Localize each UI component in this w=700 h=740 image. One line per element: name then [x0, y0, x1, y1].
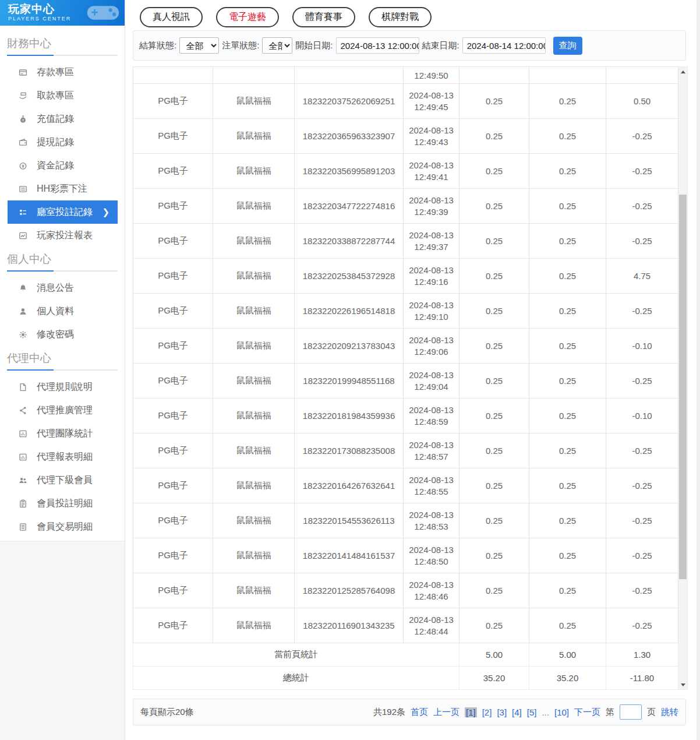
sidebar-item-board-chart[interactable]: 代理報表明細	[0, 445, 125, 468]
page-link-2[interactable]: [2]	[482, 707, 492, 717]
scroll-up-arrow-icon[interactable]	[678, 67, 687, 76]
section-underline	[7, 270, 118, 272]
sidebar-item-lottery-list[interactable]: HH彩票下注	[0, 177, 125, 200]
bet-date: 2024-08-13	[405, 474, 458, 486]
section-heading: 個人中心	[0, 247, 125, 270]
sidebar-item-withdraw-hand[interactable]: 取款專區	[0, 84, 125, 107]
bet-time: 12:49:45	[405, 101, 458, 113]
table-row: PG电子鼠鼠福福18232201999485511682024-08-1312:…	[133, 364, 678, 399]
first-page-link[interactable]: 首页	[411, 707, 428, 718]
cell-winloss: -0.25	[606, 434, 678, 468]
room-records-icon	[19, 208, 27, 217]
cell-bet-amount: 0.25	[459, 224, 529, 259]
sidebar-item-label: 存款專區	[37, 66, 74, 79]
order-status-select[interactable]: 全部	[262, 37, 292, 54]
jump-page-input[interactable]	[620, 704, 642, 720]
cell-bet-id: 1823220347722274816	[295, 189, 404, 224]
bet-time: 12:48:50	[405, 556, 458, 568]
sidebar-item-bell[interactable]: 消息公告	[0, 276, 125, 299]
cell-player: 鼠鼠福福	[213, 434, 295, 468]
cell-game: PG电子	[133, 364, 213, 399]
cell-game: PG电子	[133, 119, 213, 154]
tab-1[interactable]: 電子遊藝	[216, 7, 279, 27]
page-link-4[interactable]: [4]	[512, 707, 522, 717]
sidebar-item-report-chart[interactable]: 玩家投注報表	[0, 224, 125, 247]
cell-game: PG电子	[133, 329, 213, 364]
cell-bet-amount: 0.25	[459, 573, 529, 608]
cell-bet-amount: 0.25	[459, 538, 529, 573]
cell-valid-amount: 0.25	[529, 503, 606, 538]
bet-date: 2024-08-13	[405, 579, 458, 591]
sidebar-item-label: 取款專區	[37, 90, 74, 102]
sidebar-item-user[interactable]: 個人資料	[0, 299, 125, 323]
cell-bet-amount: 0.25	[459, 189, 529, 224]
cell-bet	[459, 67, 529, 84]
start-date-input[interactable]	[336, 37, 419, 54]
sidebar-item-board-chart[interactable]: 代理團隊統計	[0, 422, 125, 445]
cell-valid-amount: 0.25	[529, 573, 606, 608]
page-link-5[interactable]: [5]	[527, 707, 537, 717]
pagination-bar: 每頁顯示20條 共192条 首页 上一页 [1][2][3][4][5]...[…	[133, 699, 686, 725]
jump-prefix-label: 第	[606, 707, 614, 718]
sidebar-item-receipt[interactable]: 會員交易明細	[0, 515, 125, 538]
cell-game: PG电子	[133, 434, 213, 468]
sidebar-item-label: 廳室投註記錄	[37, 206, 93, 219]
query-button[interactable]: 查詢	[553, 37, 582, 55]
cell-winloss: -0.25	[606, 608, 678, 643]
cell-winloss: 0.50	[606, 84, 678, 119]
sidebar-item-room-records[interactable]: 廳室投註記錄❯	[8, 200, 118, 224]
scrollbar-thumb[interactable]	[679, 195, 687, 579]
cell-winloss	[606, 67, 678, 84]
end-date-input[interactable]	[462, 37, 546, 54]
table-row: PG电子鼠鼠福福18232203388722877442024-08-1312:…	[133, 224, 678, 259]
cell-time: 2024-08-1312:49:41	[404, 154, 459, 189]
section-underline	[7, 55, 118, 56]
sidebar-item-users[interactable]: 代理下級會員	[0, 468, 125, 492]
tab-3[interactable]: 棋牌對戰	[369, 7, 432, 27]
jump-action-link[interactable]: 跳转	[661, 707, 678, 718]
cell-bet-id: 1823220125285764098	[295, 573, 404, 608]
bet-date: 2024-08-13	[405, 544, 458, 556]
next-page-link[interactable]: 下一页	[574, 707, 600, 718]
sidebar-item-coin[interactable]: 資金記錄	[0, 154, 125, 177]
cell-bet-id: 1823220181984359936	[295, 399, 404, 434]
cell-winloss: -0.25	[606, 573, 678, 608]
sidebar-item-clipboard[interactable]: 會員投註明細	[0, 492, 125, 515]
page-link-3[interactable]: [3]	[497, 707, 507, 717]
main-content: 真人視訊電子遊藝體育賽事棋牌對戰 結算狀態: 全部 注單狀態: 全部 開始日期:…	[126, 0, 700, 740]
gamepad-icon	[86, 2, 120, 22]
table-row: PG电子鼠鼠福福18232201819843599362024-08-1312:…	[133, 399, 678, 434]
bet-time: 12:49:04	[405, 381, 458, 393]
cell-bet-id: 1823220365963323907	[295, 119, 404, 154]
coin-icon	[19, 161, 27, 170]
settle-status-select[interactable]: 全部	[179, 37, 219, 54]
cell-valid-amount: 0.25	[529, 434, 606, 468]
sidebar-item-gear[interactable]: 修改密碼	[0, 323, 125, 346]
cell-winloss: -0.25	[606, 538, 678, 573]
sidebar-item-share[interactable]: 代理推廣管理	[0, 399, 125, 422]
cell-valid	[529, 67, 606, 84]
sidebar-item-moneybag[interactable]: 充值記錄	[0, 107, 125, 131]
bet-time: 12:49:10	[405, 311, 458, 323]
cell-winloss: -0.25	[606, 503, 678, 538]
page-link-10[interactable]: [10]	[554, 707, 569, 717]
scroll-down-arrow-icon[interactable]	[678, 680, 687, 689]
total-summary-bet: 35.20	[459, 667, 529, 690]
cell-bet-amount: 0.25	[459, 608, 529, 643]
cell-player: 鼠鼠福福	[213, 573, 295, 608]
cell-bet-amount: 0.25	[459, 154, 529, 189]
sidebar-item-deposit-card[interactable]: 存款專區	[0, 61, 125, 84]
cell-time: 2024-08-1312:49:16	[404, 259, 459, 294]
cell-player: 鼠鼠福福	[213, 84, 295, 119]
page-link-1[interactable]: [1]	[465, 707, 477, 717]
bet-time: 12:48:53	[405, 521, 458, 533]
sidebar-item-wallet[interactable]: 提現記錄	[0, 131, 125, 154]
cell-time: 2024-08-1312:48:53	[404, 503, 459, 538]
table-scrollbar[interactable]	[678, 66, 688, 690]
cell-valid-amount: 0.25	[529, 329, 606, 364]
tab-2[interactable]: 體育賽事	[292, 7, 355, 27]
tab-0[interactable]: 真人視訊	[140, 7, 203, 27]
sidebar-item-document[interactable]: 代理規則說明	[0, 375, 125, 399]
page-summary-valid: 5.00	[529, 643, 606, 667]
prev-page-link[interactable]: 上一页	[433, 707, 459, 718]
